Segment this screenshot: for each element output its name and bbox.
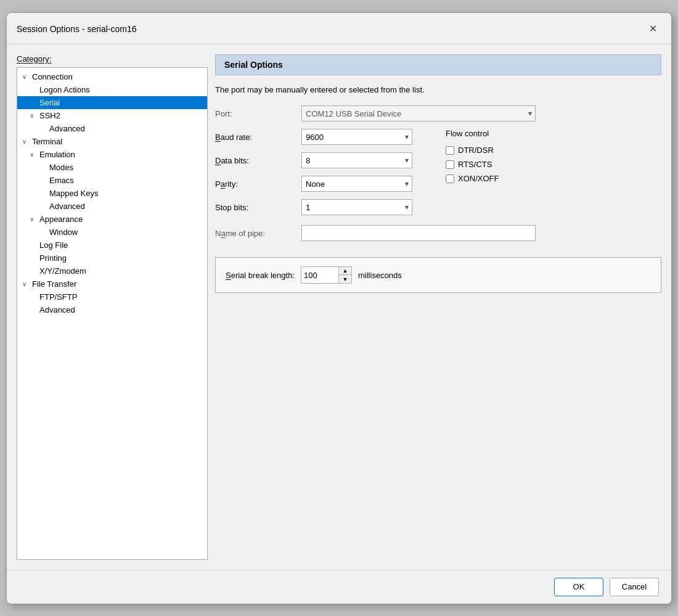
port-group: Port: COM12 USB Serial Device — [215, 105, 661, 121]
parity-label: Parity: — [215, 179, 301, 189]
pipe-group: Name of pipe: — [215, 225, 661, 241]
stop-bits-group: Stop bits: 1 1.5 2 — [215, 199, 412, 215]
baud-rate-label: Baud rate: — [215, 133, 301, 142]
port-select-wrapper: COM12 USB Serial Device — [301, 105, 536, 121]
sidebar-item-log-file[interactable]: Log File — [17, 239, 207, 252]
sidebar-item-printing[interactable]: Printing — [17, 252, 207, 265]
sidebar-item-label: Serial — [39, 98, 60, 107]
sidebar-item-label: Connection — [32, 72, 73, 81]
sidebar-item-label: File Transfer — [32, 279, 76, 289]
serial-break-spinner: ▲ ▼ — [301, 266, 352, 284]
ok-button[interactable]: OK — [554, 578, 603, 596]
arrow-icon: ∨ — [22, 73, 30, 80]
serial-break-box: Serial break length: ▲ ▼ milliseconds — [215, 257, 661, 293]
arrow-icon: ∨ — [30, 216, 37, 223]
xon-xoff-label: XON/XOFF — [458, 174, 499, 183]
dtr-dsr-row[interactable]: DTR/DSR — [446, 146, 499, 155]
rts-cts-row[interactable]: RTS/CTS — [446, 160, 499, 169]
sidebar-item-label: SSH2 — [39, 111, 60, 120]
parity-group: Parity: None Even Odd Mark Space — [215, 176, 412, 192]
sidebar-item-modes[interactable]: Modes — [17, 161, 207, 174]
serial-break-input[interactable] — [301, 267, 338, 283]
milliseconds-label: milliseconds — [358, 271, 402, 280]
dialog-window: Session Options - serial-com16 ✕ Categor… — [6, 12, 672, 604]
sidebar-item-file-transfer[interactable]: ∨ File Transfer — [17, 277, 207, 290]
arrow-icon: ∨ — [30, 112, 37, 119]
sidebar-item-label: Emulation — [39, 150, 75, 159]
data-bits-label: Data bits: — [215, 156, 301, 165]
data-bits-select[interactable]: 8 7 6 5 — [301, 152, 412, 168]
xon-xoff-row[interactable]: XON/XOFF — [446, 174, 499, 183]
sidebar-item-ssh2-advanced[interactable]: Advanced — [17, 122, 207, 135]
description-text: The port may be manually entered or sele… — [215, 84, 661, 96]
rts-cts-checkbox[interactable] — [446, 160, 454, 169]
sidebar-item-logon-actions[interactable]: Logon Actions — [17, 83, 207, 96]
arrow-icon: ∨ — [22, 138, 30, 145]
baud-rate-select-wrapper: 9600 1200 2400 4800 19200 38400 57600 11… — [301, 129, 412, 145]
dialog-body: Category: ∨ Connection Logon Actions Ser… — [7, 44, 671, 570]
sidebar-item-terminal-advanced[interactable]: Advanced — [17, 200, 207, 213]
sidebar-item-label: X/Y/Zmodem — [39, 266, 86, 276]
sidebar-item-label: Log File — [39, 240, 68, 250]
sidebar-item-window[interactable]: Window — [17, 226, 207, 239]
flow-control-label: Flow control — [446, 129, 499, 138]
baud-rate-group: Baud rate: 9600 1200 2400 4800 19200 384… — [215, 129, 412, 145]
sidebar-item-file-transfer-advanced[interactable]: Advanced — [17, 303, 207, 316]
data-bits-group: Data bits: 8 7 6 5 — [215, 152, 412, 168]
spinner-down-button[interactable]: ▼ — [339, 275, 351, 283]
sidebar-item-emacs[interactable]: Emacs — [17, 174, 207, 187]
category-label: Category: — [17, 54, 208, 64]
category-panel: Category: ∨ Connection Logon Actions Ser… — [17, 54, 208, 560]
sidebar-item-ssh2[interactable]: ∨ SSH2 — [17, 109, 207, 122]
stop-bits-select-wrapper: 1 1.5 2 — [301, 199, 412, 215]
left-form: Baud rate: 9600 1200 2400 4800 19200 384… — [215, 129, 412, 223]
spinner-arrows: ▲ ▼ — [338, 267, 351, 283]
port-label: Port: — [215, 109, 301, 118]
parity-select[interactable]: None Even Odd Mark Space — [301, 176, 412, 192]
pipe-input[interactable] — [301, 225, 536, 241]
sidebar-item-label: Logon Actions — [39, 85, 90, 94]
data-bits-select-wrapper: 8 7 6 5 — [301, 152, 412, 168]
title-bar: Session Options - serial-com16 ✕ — [7, 13, 671, 44]
sidebar-item-xyzmodem[interactable]: X/Y/Zmodem — [17, 265, 207, 277]
stop-bits-label: Stop bits: — [215, 203, 301, 212]
serial-break-label: Serial break length: — [226, 271, 295, 280]
sidebar-item-label: FTP/SFTP — [39, 292, 77, 302]
sidebar-item-connection[interactable]: ∨ Connection — [17, 70, 207, 83]
sidebar-item-label: Printing — [39, 253, 67, 263]
stop-bits-select[interactable]: 1 1.5 2 — [301, 199, 412, 215]
xon-xoff-checkbox[interactable] — [446, 175, 454, 183]
sidebar-item-appearance[interactable]: ∨ Appearance — [17, 213, 207, 226]
sidebar-item-serial[interactable]: Serial — [17, 96, 207, 109]
spinner-up-button[interactable]: ▲ — [339, 267, 351, 275]
rts-cts-label: RTS/CTS — [458, 160, 492, 169]
sidebar-item-terminal[interactable]: ∨ Terminal — [17, 135, 207, 148]
sidebar-item-label: Mapped Keys — [49, 189, 99, 198]
parity-select-wrapper: None Even Odd Mark Space — [301, 176, 412, 192]
arrow-icon: ∨ — [30, 151, 37, 158]
pipe-label: Name of pipe: — [215, 229, 301, 238]
dtr-dsr-checkbox[interactable] — [446, 146, 454, 155]
baud-rate-select[interactable]: 9600 1200 2400 4800 19200 38400 57600 11… — [301, 129, 412, 145]
category-tree: ∨ Connection Logon Actions Serial ∨ SSH2 — [17, 67, 208, 560]
sidebar-item-mapped-keys[interactable]: Mapped Keys — [17, 187, 207, 200]
flow-control-group: Flow control DTR/DSR RTS/CTS XON/XOFF — [446, 129, 499, 183]
window-title: Session Options - serial-com16 — [17, 24, 137, 34]
cancel-button[interactable]: Cancel — [610, 578, 659, 596]
sidebar-item-ftp-sftp[interactable]: FTP/SFTP — [17, 290, 207, 303]
sidebar-item-label: Modes — [49, 163, 73, 172]
sidebar-item-emulation[interactable]: ∨ Emulation — [17, 148, 207, 161]
sidebar-item-label: Advanced — [49, 124, 85, 133]
dtr-dsr-label: DTR/DSR — [458, 146, 494, 155]
port-select[interactable]: COM12 USB Serial Device — [301, 105, 536, 121]
arrow-icon: ∨ — [22, 281, 30, 287]
sidebar-item-label: Emacs — [49, 176, 74, 185]
sidebar-item-label: Advanced — [49, 202, 85, 211]
dialog-footer: OK Cancel — [7, 570, 671, 604]
content-panel: Serial Options The port may be manually … — [215, 54, 661, 560]
sidebar-item-label: Advanced — [39, 305, 75, 314]
sidebar-item-label: Terminal — [32, 137, 62, 146]
sidebar-item-label: Window — [49, 228, 78, 237]
close-button[interactable]: ✕ — [644, 20, 661, 38]
sidebar-item-label: Appearance — [39, 215, 83, 224]
